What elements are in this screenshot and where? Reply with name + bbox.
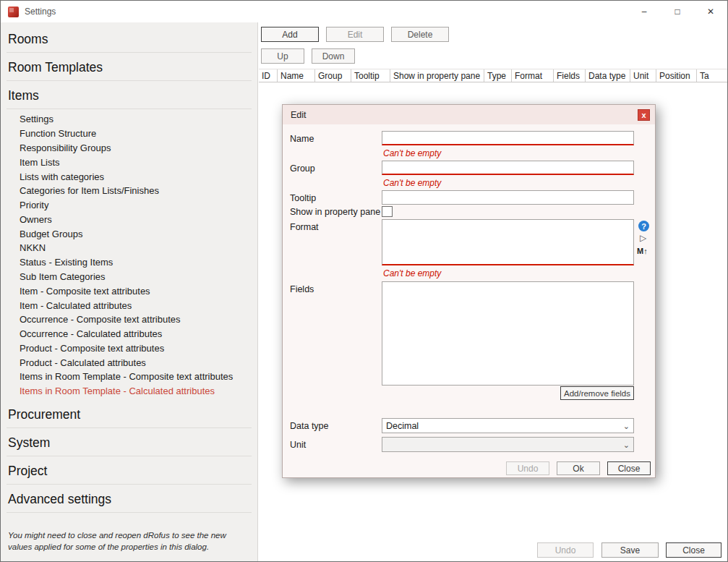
sidebar-section-advanced-settings[interactable]: Advanced settings	[7, 485, 252, 513]
minimize-button[interactable]: –	[628, 1, 661, 22]
settings-sidebar: Rooms Room Templates Items SettingsFunct…	[1, 22, 258, 561]
sidebar-item-priority[interactable]: Priority	[7, 198, 257, 213]
unit-label: Unit	[290, 440, 306, 450]
sidebar-section-procurement[interactable]: Procurement	[7, 400, 252, 428]
column-header-data-type[interactable]: Data type	[586, 69, 630, 82]
column-header-type[interactable]: Type	[484, 69, 512, 82]
sidebar-item-nkkn[interactable]: NKKN	[7, 241, 257, 255]
sidebar-section-items[interactable]: Items	[7, 81, 252, 109]
edit-dialog: Edit x Name Can't be empty Group Can't b…	[282, 104, 656, 478]
unit-dropdown[interactable]: ⌄	[382, 437, 634, 452]
sidebar-section-system[interactable]: System	[7, 428, 252, 456]
group-label: Group	[290, 163, 315, 174]
edit-dialog-title: Edit	[291, 110, 307, 120]
items-subitem-list: SettingsFunction StructureResponsibility…	[7, 112, 257, 399]
edit-button[interactable]: Edit	[326, 27, 384, 42]
play-icon[interactable]: ▷	[640, 233, 646, 243]
maximize-button[interactable]: □	[661, 1, 694, 22]
sidebar-section-rooms[interactable]: Rooms	[7, 28, 252, 53]
sidebar-item-status-existing-items[interactable]: Status - Existing Items	[7, 255, 257, 270]
sidebar-item-budget-groups[interactable]: Budget Groups	[7, 226, 257, 241]
settings-window: in dRofus Web Settings – □ ✕ Rooms Room …	[0, 0, 728, 562]
column-header-fields[interactable]: Fields	[554, 69, 586, 82]
sidebar-item-item-calculated-attributes[interactable]: Item - Calculated attributes	[7, 298, 257, 312]
edit-dialog-titlebar: Edit	[283, 105, 655, 124]
show-in-property-pane-checkbox[interactable]	[382, 206, 393, 217]
tooltip-field[interactable]	[382, 190, 634, 205]
column-header-position[interactable]: Position	[656, 69, 697, 82]
show-in-property-pane-label: Show in property pane	[290, 207, 380, 217]
fields-listbox[interactable]	[382, 281, 634, 386]
group-error: Can't be empty	[383, 178, 441, 188]
help-icon[interactable]: ?	[638, 221, 649, 231]
sidebar-item-responsibility-groups[interactable]: Responsibility Groups	[7, 141, 257, 156]
column-header-ta[interactable]: Ta	[697, 69, 727, 82]
column-header-group[interactable]: Group	[315, 69, 351, 82]
chevron-down-icon: ⌄	[623, 422, 630, 430]
data-type-label: Data type	[290, 421, 329, 431]
sidebar-item-occurrence-calculated-attributes[interactable]: Occurrence - Calculated attributes	[7, 327, 257, 341]
up-button[interactable]: Up	[261, 48, 304, 64]
footer-undo-button[interactable]: Undo	[537, 542, 594, 558]
name-label: Name	[290, 134, 314, 144]
format-textarea[interactable]	[382, 219, 634, 265]
data-type-value: Decimal	[386, 421, 419, 431]
dialog-ok-button[interactable]: Ok	[557, 461, 600, 475]
column-header-name[interactable]: Name	[278, 69, 315, 82]
column-header-show-in-property-pane[interactable]: Show in property pane	[390, 69, 484, 82]
sidebar-item-settings[interactable]: Settings	[7, 112, 257, 127]
sidebar-item-categories-for-item-lists-finishes[interactable]: Categories for Item Lists/Finishes	[7, 184, 257, 198]
sidebar-section-project[interactable]: Project	[7, 456, 252, 485]
fields-label: Fields	[290, 284, 314, 294]
sidebar-item-lists-with-categories[interactable]: Lists with categories	[7, 169, 257, 184]
footer-save-button[interactable]: Save	[601, 542, 659, 558]
dialog-undo-button[interactable]: Undo	[506, 461, 549, 475]
sidebar-item-items-in-room-template-calculated-attributes[interactable]: Items in Room Template - Calculated attr…	[7, 384, 257, 399]
group-field[interactable]	[382, 161, 634, 175]
format-label: Format	[290, 222, 319, 232]
sidebar-item-items-in-room-template-composite-text-attributes[interactable]: Items in Room Template - Composite text …	[7, 370, 257, 384]
table-header: IDNameGroupTooltipShow in property paneT…	[259, 69, 727, 82]
sidebar-item-owners[interactable]: Owners	[7, 212, 257, 226]
sidebar-restart-note: You might need to close and reopen dRofu…	[8, 530, 226, 553]
sidebar-item-sub-item-categories[interactable]: Sub Item Categories	[7, 270, 257, 284]
column-header-id[interactable]: ID	[259, 69, 278, 82]
window-title: Settings	[25, 7, 56, 17]
column-header-format[interactable]: Format	[512, 69, 554, 82]
down-button[interactable]: Down	[312, 48, 355, 64]
titlebar: Settings – □ ✕	[1, 1, 727, 22]
footer-close-button[interactable]: Close	[666, 542, 721, 558]
sidebar-section-room-templates[interactable]: Room Templates	[7, 53, 252, 81]
app-icon	[8, 7, 19, 17]
format-error: Can't be empty	[383, 268, 441, 278]
sidebar-item-function-structure[interactable]: Function Structure	[7, 127, 257, 141]
sidebar-item-product-composite-text-attributes[interactable]: Product - Composite text attributes	[7, 341, 257, 356]
tooltip-label: Tooltip	[290, 193, 316, 203]
add-remove-fields-button[interactable]: Add/remove fields	[560, 386, 634, 400]
column-header-unit[interactable]: Unit	[630, 69, 656, 82]
window-controls: – □ ✕	[628, 1, 727, 22]
sidebar-item-item-composite-text-attributes[interactable]: Item - Composite text attributes	[7, 284, 257, 298]
dialog-close-button[interactable]: Close	[607, 461, 651, 475]
m-up-icon[interactable]: M↑	[637, 247, 648, 255]
delete-button[interactable]: Delete	[391, 27, 449, 42]
name-error: Can't be empty	[383, 148, 441, 158]
sidebar-item-item-lists[interactable]: Item Lists	[7, 155, 257, 169]
chevron-down-icon: ⌄	[623, 441, 630, 448]
sidebar-item-occurrence-composite-text-attributes[interactable]: Occurrence - Composite text attributes	[7, 312, 257, 327]
data-type-dropdown[interactable]: Decimal ⌄	[382, 418, 634, 433]
add-button[interactable]: Add	[261, 27, 319, 42]
column-header-tooltip[interactable]: Tooltip	[351, 69, 390, 82]
close-window-button[interactable]: ✕	[694, 1, 727, 22]
dialog-close-icon[interactable]: x	[638, 109, 650, 121]
name-field[interactable]	[382, 131, 634, 145]
sidebar-item-product-calculated-attributes[interactable]: Product - Calculated attributes	[7, 355, 257, 370]
